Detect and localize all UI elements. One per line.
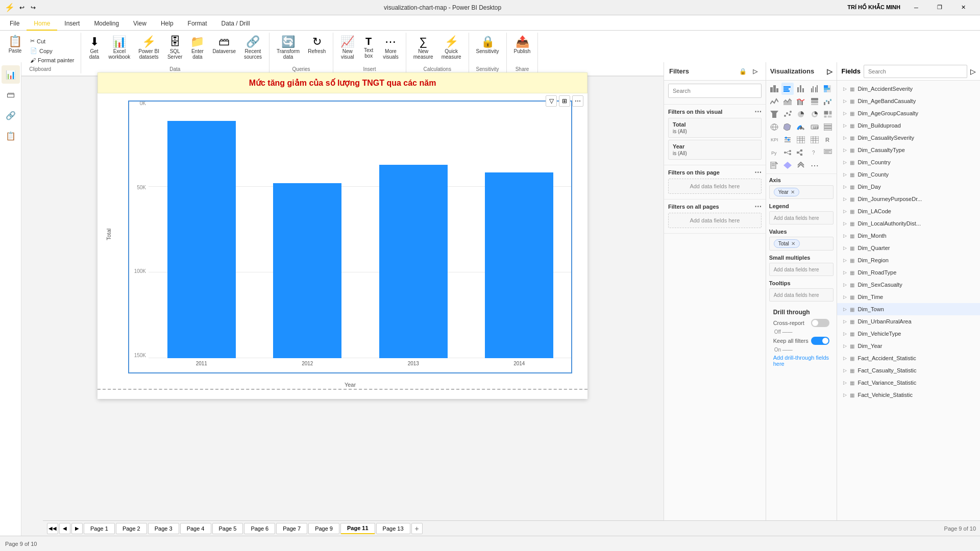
viz-multi-row-card[interactable] [822, 121, 834, 133]
viz-gauge[interactable] [795, 121, 807, 133]
viz-power-automate[interactable] [795, 159, 807, 171]
field-dim-builduproad[interactable]: ▷ ▦ Dim_Builduproad [837, 119, 980, 132]
fields-expand-icon[interactable]: ▷ [970, 67, 976, 76]
field-dim-region[interactable]: ▷ ▦ Dim_Region [837, 254, 980, 266]
viz-stacked-bar[interactable] [768, 83, 780, 95]
viz-clustered-bar[interactable] [781, 83, 794, 95]
viz-smart-narrative[interactable] [822, 146, 834, 159]
page-nav-prev-button[interactable]: ◀ [59, 523, 70, 534]
field-fact-vehicle[interactable]: ▷ ▦ Fact_Vehicle_Statistic [837, 389, 980, 401]
new-measure-button[interactable]: ∑ Newmeasure [410, 35, 436, 61]
close-button[interactable]: ✕ [951, 0, 975, 15]
field-dim-local-authority[interactable]: ▷ ▦ Dim_LocalAuthorityDist... [837, 217, 980, 230]
recent-sources-button[interactable]: 🔗 Recentsources [241, 35, 265, 61]
quick-measure-button[interactable]: ⚡ Quickmeasure [438, 35, 464, 61]
page-tab-3[interactable]: Page 3 [148, 523, 179, 534]
field-dim-road-type[interactable]: ▷ ▦ Dim_RoadType [837, 266, 980, 279]
filters-expand-icon[interactable]: ▷ [750, 66, 761, 77]
viz-expand-icon[interactable]: ▷ [827, 67, 832, 76]
more-options-button[interactable]: ⋯ [572, 95, 583, 107]
viz-map[interactable] [768, 121, 780, 133]
sidebar-dax-icon[interactable]: 📋 [2, 127, 20, 145]
field-dim-town[interactable]: ▷ ▦ Dim_Town [837, 303, 980, 315]
power-bi-datasets-button[interactable]: ⚡ Power BIdatasets [135, 35, 162, 61]
sidebar-report-icon[interactable]: 📊 [2, 65, 20, 84]
viz-card[interactable]: 123 [808, 121, 821, 133]
page-tab-11[interactable]: Page 11 [340, 523, 375, 534]
bar-2012[interactable] [273, 183, 341, 358]
field-dim-casuality-severity[interactable]: ▷ ▦ Dim_CasualitySeverity [837, 132, 980, 144]
tab-home[interactable]: Home [27, 17, 57, 31]
field-dim-sex-casualty[interactable]: ▷ ▦ Dim_SexCasualty [837, 279, 980, 291]
undo-button[interactable]: ↩ [17, 3, 27, 12]
viz-get-more[interactable]: ⋯ [808, 159, 821, 171]
viz-clustered-col[interactable] [808, 83, 821, 95]
filter-card-year[interactable]: Year is (All) [668, 140, 762, 160]
cross-report-toggle[interactable] [811, 319, 829, 327]
filter-card-total[interactable]: Total is (All) [668, 118, 762, 138]
tab-insert[interactable]: Insert [57, 17, 87, 31]
sql-server-button[interactable]: 🗄 SQLServer [164, 35, 185, 61]
viz-area-chart[interactable] [781, 95, 794, 108]
page-tab-13[interactable]: Page 13 [376, 523, 410, 534]
transform-data-button[interactable]: 🔄 Transformdata [274, 35, 303, 61]
dataverse-button[interactable]: 🗃 Dataverse [209, 35, 239, 56]
field-dim-age-band[interactable]: ▷ ▦ Dim_AgeBandCasualty [837, 95, 980, 107]
field-dim-accident-severity[interactable]: ▷ ▦ Dim_AccidentSeverity [837, 83, 980, 95]
viz-slicer[interactable] [781, 134, 794, 146]
field-fact-casualty[interactable]: ▷ ▦ Fact_Casualty_Statistic [837, 364, 980, 377]
page-tab-5[interactable]: Page 5 [212, 523, 243, 534]
viz-line-chart[interactable] [768, 95, 780, 108]
filter-chart-button[interactable]: ▽ [546, 95, 557, 107]
viz-power-apps[interactable] [781, 159, 794, 171]
viz-r-script[interactable]: R [822, 134, 834, 146]
field-dim-month[interactable]: ▷ ▦ Dim_Month [837, 230, 980, 242]
filters-search-input[interactable] [668, 84, 762, 98]
tab-modeling[interactable]: Modeling [87, 17, 126, 31]
viz-python[interactable]: Py [768, 146, 780, 159]
viz-stacked-col[interactable] [795, 83, 807, 95]
tab-data-drill[interactable]: Data / Drill [214, 17, 257, 31]
minimize-button[interactable]: ─ [904, 0, 928, 15]
viz-donut[interactable] [808, 108, 821, 120]
cut-button[interactable]: ✂ Cut [28, 37, 77, 45]
field-dim-quarter[interactable]: ▷ ▦ Dim_Quarter [837, 242, 980, 254]
values-total-remove[interactable]: ✕ [791, 241, 795, 246]
tab-file[interactable]: File [3, 17, 27, 31]
viz-paginated-report[interactable] [768, 159, 780, 171]
viz-treemap[interactable] [822, 108, 834, 120]
add-drill-through-link[interactable]: Add drill-through fields here [773, 355, 830, 367]
viz-waterfall[interactable] [822, 95, 834, 108]
field-dim-journey-purpose[interactable]: ▷ ▦ Dim_JourneyPurposeDr... [837, 193, 980, 205]
viz-filled-map[interactable] [781, 121, 794, 133]
bar-2011[interactable] [167, 121, 236, 358]
viz-kpi[interactable]: KPI [768, 134, 780, 146]
viz-ribbon-chart[interactable] [808, 95, 821, 108]
field-dim-vehicle-type[interactable]: ▷ ▦ Dim_VehicleType [837, 328, 980, 340]
paste-button[interactable]: 📋 Paste [4, 35, 26, 55]
refresh-button[interactable]: ↻ Refresh [305, 35, 329, 56]
enter-data-button[interactable]: 📁 Enterdata [187, 35, 207, 61]
viz-qna[interactable]: ? [808, 146, 821, 159]
viz-matrix[interactable] [808, 134, 821, 146]
page-nav-left-button[interactable]: ◀◀ [47, 523, 58, 534]
filters-on-all-more[interactable]: ⋯ [754, 203, 762, 211]
viz-funnel[interactable] [768, 108, 780, 120]
field-dim-casualty-type[interactable]: ▷ ▦ Dim_CasualtyType [837, 144, 980, 156]
bar-2013[interactable] [379, 165, 448, 358]
restore-button[interactable]: ❐ [928, 0, 951, 15]
field-dim-age-group[interactable]: ▷ ▦ Dim_AgeGroupCasualty [837, 107, 980, 119]
sidebar-model-icon[interactable]: 🔗 [2, 106, 20, 124]
page-nav-next-button[interactable]: ▶ [71, 523, 83, 534]
copy-button[interactable]: 📄 Copy [28, 46, 77, 55]
excel-workbook-button[interactable]: 📊 Excelworkbook [106, 35, 134, 61]
viz-100pct-bar[interactable] [822, 83, 834, 95]
text-box-button[interactable]: T Textbox [359, 35, 378, 60]
viz-decomp-tree[interactable] [795, 146, 807, 159]
viz-line-clustered[interactable] [795, 95, 807, 108]
focus-mode-button[interactable]: ⊞ [559, 95, 570, 107]
field-dim-lacode[interactable]: ▷ ▦ Dim_LACode [837, 205, 980, 217]
sensitivity-button[interactable]: 🔒 Sensitivity [473, 35, 502, 56]
field-dim-year[interactable]: ▷ ▦ Dim_Year [837, 340, 980, 352]
filters-on-page-more[interactable]: ⋯ [754, 168, 762, 177]
